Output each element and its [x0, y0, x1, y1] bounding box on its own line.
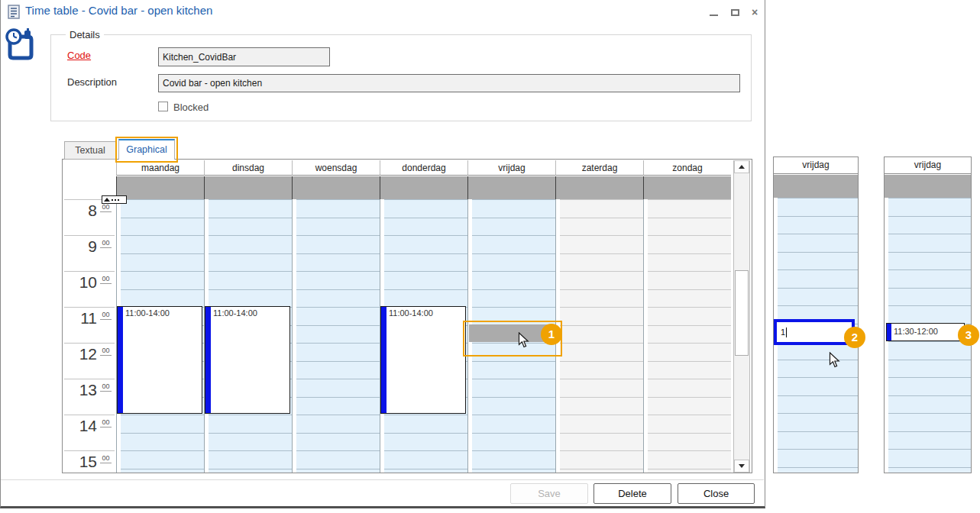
maximize-icon [731, 9, 739, 16]
close-dialog-button[interactable]: Close [678, 483, 755, 504]
hour-number: 14 [79, 418, 97, 434]
hour-minutes: 00 [100, 454, 112, 463]
window-title: Time table - Covid bar - open kitchen [25, 4, 212, 17]
event-maandag[interactable]: 11:00-14:00 [117, 306, 202, 414]
scroll-up-button[interactable] [734, 160, 749, 173]
allday-band [292, 176, 380, 199]
document-icon [8, 5, 21, 19]
code-input[interactable] [158, 47, 330, 66]
hour-number: 12 [79, 346, 97, 362]
hour-minutes: 00 [100, 239, 112, 248]
hour-minutes: 00 [100, 311, 112, 320]
hour-label-11: 1100 [64, 307, 115, 343]
description-label: Description [67, 76, 117, 88]
close-icon: × [752, 7, 758, 18]
tab-textual[interactable]: Textual [64, 141, 116, 160]
event-time-label: 11:00-14:00 [213, 308, 257, 318]
blocked-checkbox[interactable] [158, 102, 168, 111]
event-color-bar [118, 307, 123, 413]
blocked-label: Blocked [173, 102, 209, 113]
details-legend: Details [66, 29, 104, 40]
day-column-vrijdag[interactable]: vrijdag [467, 160, 555, 473]
dot [115, 199, 116, 201]
panel-event[interactable]: 11:30-12:00 [886, 323, 965, 341]
inline-edit-box[interactable]: 1 [774, 319, 855, 345]
halfhour-rows[interactable] [643, 199, 731, 473]
minimize-button[interactable] [706, 6, 721, 18]
scroll-down-icon [739, 464, 745, 468]
screenshot-root: Time table - Covid bar - open kitchen × … [0, 0, 980, 513]
inline-edit-value: 1 [781, 327, 785, 337]
hour-label-15: 1500 [64, 450, 115, 473]
day-header-zaterdag: zaterdag [555, 160, 643, 176]
event-time-label: 11:00-14:00 [389, 308, 433, 318]
allday-band [467, 176, 555, 199]
callout-3: 3 [958, 324, 979, 346]
event-donderdag[interactable]: 11:00-14:00 [380, 306, 466, 414]
titlebar: Time table - Covid bar - open kitchen × [1, 0, 765, 21]
column-gutter [644, 199, 648, 473]
hour-number: 8 [88, 202, 97, 218]
event-time-label: 11:00-14:00 [125, 308, 170, 318]
panel-allday-band [885, 175, 971, 198]
annotation-rect-graphical-tab [115, 137, 178, 163]
hour-minutes: 00 [100, 347, 112, 356]
day-header-dinsdag: dinsdag [204, 160, 292, 176]
mouse-cursor-panel [829, 352, 840, 372]
callout-2: 2 [844, 327, 865, 348]
panel-day-header-vrijdag: vrijdag [774, 157, 858, 174]
allday-band [204, 176, 292, 199]
code-label: Code [67, 50, 91, 61]
day-column-zondag[interactable]: zondag [643, 160, 731, 473]
dot [118, 199, 119, 201]
timetable-clock-icon [5, 27, 36, 64]
event-color-bar [887, 324, 891, 340]
day-header-vrijdag: vrijdag [467, 160, 555, 176]
hour-label-10: 1000 [64, 271, 115, 307]
dot [112, 199, 113, 201]
allday-band [555, 176, 643, 199]
hour-label-9: 900 [64, 235, 115, 271]
event-color-bar [205, 307, 211, 413]
day-column-zaterdag[interactable]: zaterdag [555, 160, 643, 473]
minimize-icon [710, 15, 718, 16]
day-header-donderdag: donderdag [380, 160, 467, 176]
halfhour-rows[interactable] [555, 199, 643, 473]
vertical-scrollbar[interactable] [733, 160, 750, 473]
day-header-maandag: maandag [116, 160, 204, 176]
description-input[interactable] [158, 74, 740, 92]
scroll-down-button[interactable] [734, 460, 749, 473]
day-header-zondag: zondag [643, 160, 731, 176]
collapse-handle-icon[interactable] [102, 195, 127, 204]
scrollbar-thumb[interactable] [735, 270, 749, 356]
hour-number: 13 [79, 382, 97, 398]
delete-button[interactable]: Delete [593, 483, 671, 504]
save-button[interactable]: Save [510, 483, 588, 504]
hour-label-12: 1200 [64, 343, 115, 379]
hour-number: 10 [79, 274, 97, 290]
day-header-woensdag: woensdag [292, 160, 380, 176]
allday-band [380, 176, 467, 199]
hour-number: 9 [88, 238, 97, 254]
panel-allday-band [774, 175, 858, 198]
hour-label-13: 1300 [64, 379, 115, 415]
hour-minutes: 00 [100, 275, 112, 284]
column-gutter [293, 199, 296, 473]
event-time-label: 11:30-12:00 [894, 327, 938, 336]
hour-minutes: 00 [100, 203, 112, 212]
hour-number: 11 [80, 310, 97, 326]
maximize-button[interactable] [727, 6, 742, 18]
hour-minutes: 00 [100, 418, 112, 428]
footer-separator [1, 479, 764, 480]
event-dinsdag[interactable]: 11:00-14:00 [205, 306, 290, 414]
hour-minutes: 00 [100, 382, 112, 392]
event-color-bar [381, 307, 387, 413]
day-column-woensdag[interactable]: woensdag [292, 160, 380, 473]
calendar-grid[interactable]: 800900100011001200130014001500maandagdin… [62, 159, 752, 473]
close-button[interactable]: × [747, 6, 762, 18]
halfhour-rows[interactable] [292, 199, 380, 473]
hour-label-14: 1400 [64, 415, 115, 450]
allday-band [116, 176, 204, 199]
hour-number: 15 [79, 453, 97, 469]
mouse-cursor [518, 332, 529, 352]
